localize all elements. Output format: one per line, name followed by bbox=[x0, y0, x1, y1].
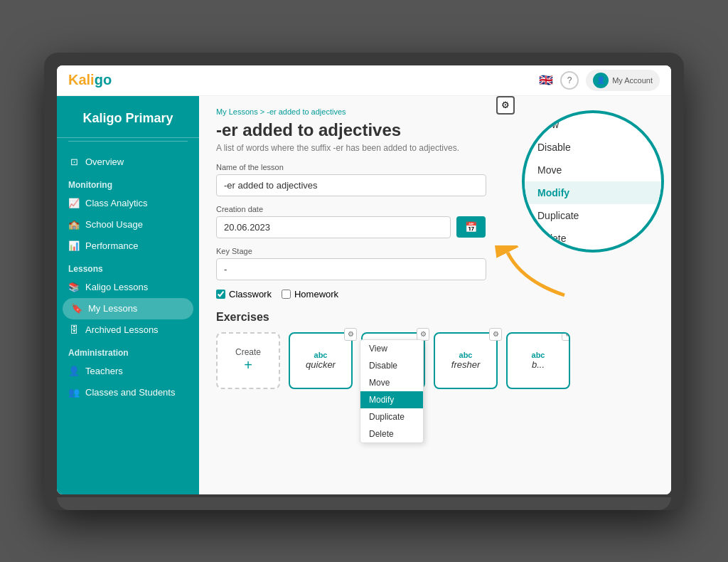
big-menu-move[interactable]: Move bbox=[525, 159, 661, 181]
exercises-row: Create + ⚙ abc quicker View Disa bbox=[216, 332, 654, 389]
sidebar-item-school-usage[interactable]: 🏫 School Usage bbox=[57, 214, 199, 235]
class-analytics-icon: 📈 bbox=[68, 198, 80, 209]
monitoring-section: Monitoring bbox=[57, 173, 199, 193]
small-menu-disable[interactable]: Disable bbox=[360, 357, 423, 374]
sidebar-item-kaligo-lessons[interactable]: 📚 Kaligo Lessons bbox=[57, 277, 199, 298]
small-menu-duplicate[interactable]: Duplicate bbox=[360, 408, 423, 425]
calendar-button[interactable]: 📅 bbox=[456, 216, 486, 238]
sidebar-item-overview[interactable]: ⊡ Overview bbox=[57, 152, 199, 173]
laptop-screen: Kaligo 🇬🇧 ? 👤 My Account Kaligo Primary … bbox=[57, 65, 671, 494]
help-button[interactable]: ? bbox=[560, 71, 579, 90]
small-menu-view[interactable]: View bbox=[360, 340, 423, 357]
classwork-checkbox-label[interactable]: Classwork bbox=[216, 289, 272, 299]
sidebar-item-class-analytics[interactable]: 📈 Class Analytics bbox=[57, 193, 199, 214]
quicker-exercise-card[interactable]: ⚙ abc quicker bbox=[289, 332, 353, 389]
homework-checkbox-label[interactable]: Homework bbox=[282, 289, 338, 299]
archived-lessons-icon: 🗄 bbox=[68, 324, 80, 336]
kinder-gear-button[interactable]: ⚙ bbox=[417, 328, 429, 341]
header-bar: Kaligo 🇬🇧 ? 👤 My Account bbox=[57, 65, 671, 96]
big-menu-disable[interactable]: Disable bbox=[525, 136, 661, 159]
quicker-card-wrapper: ⚙ abc quicker View Disable Move Modify D… bbox=[289, 332, 353, 389]
overview-label: Overview bbox=[85, 157, 124, 167]
sidebar-item-archived-lessons[interactable]: 🗄 Archived Lessons bbox=[57, 319, 199, 341]
classwork-label: Classwork bbox=[229, 289, 272, 299]
small-menu-modify[interactable]: Modify bbox=[360, 391, 423, 408]
classes-label: Classes and Students bbox=[85, 387, 175, 398]
fresher-card-wrapper: ⚙ abc fresher bbox=[434, 332, 498, 389]
main-content: My Lessons > -er added to adjectives -er… bbox=[199, 96, 671, 494]
sidebar-item-classes[interactable]: 👥 Classes and Students bbox=[57, 382, 199, 403]
extra-abc-icon: abc bbox=[532, 351, 545, 359]
key-stage-input[interactable] bbox=[216, 258, 486, 280]
lessons-section: Lessons bbox=[57, 257, 199, 277]
my-lessons-icon: 🔖 bbox=[71, 303, 82, 314]
create-plus-icon: + bbox=[244, 357, 252, 373]
small-context-menu: View Disable Move Modify Duplicate Delet… bbox=[360, 339, 424, 443]
main-gear-button[interactable]: ⚙ bbox=[496, 96, 515, 115]
extra-card-wrapper: ⚙ abc b... bbox=[506, 332, 570, 389]
school-name: Kaligo Primary bbox=[57, 96, 199, 138]
class-analytics-label: Class Analytics bbox=[85, 198, 147, 208]
quicker-gear-button[interactable]: ⚙ bbox=[344, 328, 357, 341]
quicker-abc-icon: abc bbox=[314, 351, 328, 359]
big-menu-modify[interactable]: Modify bbox=[525, 181, 661, 204]
administration-section: Administration bbox=[57, 341, 199, 361]
create-exercise-card[interactable]: Create + bbox=[216, 332, 280, 389]
classes-icon: 👥 bbox=[68, 387, 80, 398]
my-account-label: My Account bbox=[612, 76, 653, 85]
archived-lessons-label: Archived Lessons bbox=[85, 324, 159, 335]
kaligo-lessons-label: Kaligo Lessons bbox=[85, 282, 148, 292]
extra-gear-button[interactable]: ⚙ bbox=[562, 332, 570, 341]
name-input[interactable] bbox=[216, 174, 486, 196]
overview-icon: ⊡ bbox=[68, 157, 80, 168]
sidebar-item-my-lessons[interactable]: 🔖 My Lessons bbox=[63, 298, 193, 319]
performance-icon: 📊 bbox=[68, 240, 80, 252]
small-menu-delete[interactable]: Delete bbox=[360, 425, 423, 442]
extra-exercise-card[interactable]: ⚙ abc b... bbox=[506, 332, 570, 389]
create-label: Create bbox=[235, 347, 261, 357]
zoom-circle: View Disable Move Modify Duplicate Delet… bbox=[522, 110, 664, 253]
fresher-label: fresher bbox=[451, 359, 480, 370]
exercises-title: Exercises bbox=[216, 311, 654, 324]
big-context-menu: View Disable Move Modify Duplicate Delet… bbox=[525, 110, 661, 253]
logo-go: go bbox=[95, 72, 112, 88]
laptop-base bbox=[57, 497, 671, 510]
school-usage-icon: 🏫 bbox=[68, 219, 80, 230]
extra-label: b... bbox=[532, 359, 545, 370]
breadcrumb-separator: > bbox=[260, 107, 267, 116]
small-menu-move[interactable]: Move bbox=[360, 374, 423, 391]
logo: Kaligo bbox=[68, 72, 112, 88]
sidebar-item-performance[interactable]: 📊 Performance bbox=[57, 235, 199, 257]
header-actions: 🇬🇧 ? 👤 My Account bbox=[539, 70, 660, 91]
laptop-frame: Kaligo 🇬🇧 ? 👤 My Account Kaligo Primary … bbox=[44, 53, 684, 510]
quicker-label: quicker bbox=[306, 359, 336, 370]
performance-label: Performance bbox=[85, 240, 138, 251]
sidebar: Kaligo Primary ⊡ Overview Monitoring 📈 C… bbox=[57, 96, 199, 494]
kaligo-lessons-icon: 📚 bbox=[68, 282, 80, 293]
sidebar-nav: ⊡ Overview Monitoring 📈 Class Analytics … bbox=[57, 144, 199, 410]
breadcrumb-parent[interactable]: My Lessons bbox=[216, 107, 258, 116]
account-avatar: 👤 bbox=[593, 73, 609, 88]
my-account-button[interactable]: 👤 My Account bbox=[586, 70, 660, 91]
logo-kali: Kali bbox=[68, 72, 95, 88]
teachers-label: Teachers bbox=[85, 366, 123, 376]
homework-label: Homework bbox=[294, 289, 338, 299]
teachers-icon: 👤 bbox=[68, 366, 80, 377]
fresher-abc-icon: abc bbox=[459, 351, 473, 359]
my-lessons-label: My Lessons bbox=[88, 303, 137, 314]
date-input[interactable] bbox=[216, 216, 451, 238]
homework-checkbox[interactable] bbox=[282, 290, 291, 299]
fresher-exercise-card[interactable]: ⚙ abc fresher bbox=[434, 332, 498, 389]
big-menu-duplicate[interactable]: Duplicate bbox=[525, 204, 661, 227]
flag-icon: 🇬🇧 bbox=[539, 73, 553, 87]
assignment-type-row: Classwork Homework bbox=[216, 289, 654, 299]
fresher-gear-button[interactable]: ⚙ bbox=[489, 328, 502, 341]
sidebar-item-teachers[interactable]: 👤 Teachers bbox=[57, 361, 199, 382]
classwork-checkbox[interactable] bbox=[216, 290, 225, 299]
school-usage-label: School Usage bbox=[85, 219, 143, 230]
breadcrumb-current: -er added to adjectives bbox=[267, 107, 346, 116]
app-container: Kaligo Primary ⊡ Overview Monitoring 📈 C… bbox=[57, 96, 671, 494]
